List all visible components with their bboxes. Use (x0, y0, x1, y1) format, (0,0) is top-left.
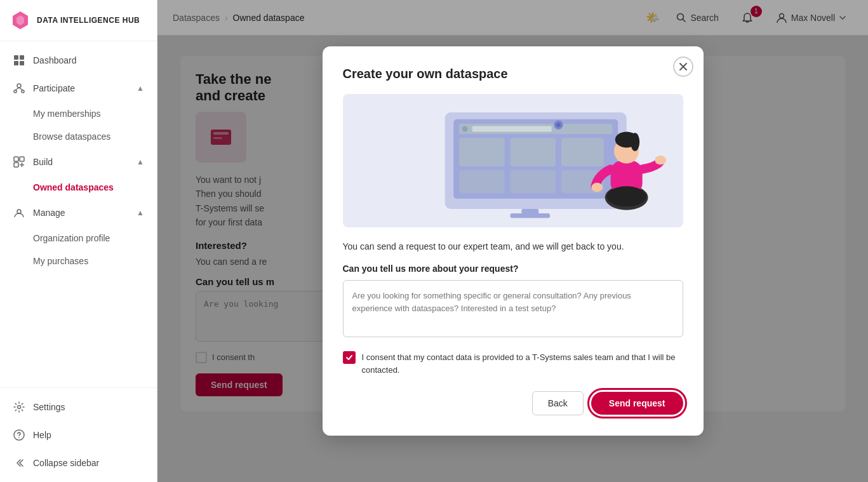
sidebar-item-build-label: Build (33, 157, 53, 167)
sidebar-item-build[interactable]: Build ▲ (0, 148, 157, 176)
send-button-wrapper: Send request (591, 392, 683, 415)
modal-title: Create your own dataspace (343, 67, 683, 81)
participate-icon (13, 82, 25, 95)
svg-point-8 (22, 90, 24, 93)
modal-overlay[interactable]: Create your own dataspace (157, 0, 868, 482)
svg-rect-33 (472, 126, 551, 132)
modal-textarea[interactable] (343, 280, 683, 337)
sidebar-item-help-label: Help (33, 430, 51, 440)
sidebar-bottom: Settings Help Collapse sidebar (0, 387, 157, 482)
svg-line-10 (19, 88, 23, 90)
sidebar-nav: Dashboard Participate ▲ My memberships B… (0, 41, 157, 387)
sidebar-item-organization-profile[interactable]: Organization profile (0, 227, 157, 250)
sidebar-item-manage-label: Manage (33, 208, 65, 218)
svg-rect-11 (14, 157, 18, 161)
sidebar-item-owned-dataspaces[interactable]: Owned dataspaces (0, 176, 157, 199)
settings-icon (13, 401, 25, 413)
sidebar-collapse-btn[interactable]: Collapse sidebar (0, 449, 157, 477)
help-icon (13, 429, 25, 441)
modal-illustration (343, 94, 683, 227)
modal-consent-row: I consent that my contact data is provid… (343, 351, 683, 376)
svg-point-6 (17, 84, 21, 88)
svg-point-17 (18, 406, 21, 409)
sidebar-item-participate-label: Participate (33, 83, 75, 93)
svg-point-51 (556, 123, 560, 127)
sidebar-item-manage[interactable]: Manage ▲ (0, 199, 157, 227)
svg-point-7 (14, 90, 17, 93)
sidebar-item-my-memberships[interactable]: My memberships (0, 102, 157, 125)
svg-point-16 (17, 210, 21, 213)
svg-point-19 (18, 437, 20, 438)
sidebar-item-settings[interactable]: Settings (0, 393, 157, 421)
svg-rect-38 (510, 170, 555, 193)
modal-actions: Back Send request (343, 391, 683, 415)
manage-chevron: ▲ (137, 208, 144, 217)
svg-line-9 (15, 88, 19, 90)
manage-icon (13, 206, 25, 219)
svg-rect-3 (20, 55, 24, 60)
send-request-button[interactable]: Send request (591, 392, 683, 415)
svg-rect-35 (510, 138, 555, 166)
sidebar-item-help[interactable]: Help (0, 421, 157, 449)
svg-rect-36 (561, 138, 603, 166)
sidebar-item-settings-label: Settings (33, 402, 65, 412)
participate-chevron: ▲ (137, 84, 144, 93)
svg-point-46 (630, 133, 639, 151)
sidebar-item-my-purchases[interactable]: My purchases (0, 250, 157, 272)
modal-close-button[interactable] (673, 57, 693, 77)
app-logo: DATA INTELLIGENCE HUB (0, 0, 157, 41)
modal-consent-checkbox[interactable] (343, 351, 356, 364)
logo-icon (10, 10, 30, 30)
main-content: Dataspaces › Owned dataspace 🌤️ Search 1… (157, 0, 868, 482)
back-button[interactable]: Back (532, 391, 584, 415)
checkmark-icon (345, 354, 353, 361)
svg-rect-34 (459, 138, 504, 166)
svg-rect-12 (20, 157, 24, 161)
build-chevron: ▲ (137, 157, 144, 166)
svg-rect-5 (20, 61, 24, 65)
close-icon (679, 62, 688, 71)
sidebar-item-participate[interactable]: Participate ▲ (0, 74, 157, 102)
sidebar: DATA INTELLIGENCE HUB Dashboard Particip… (0, 0, 157, 482)
collapse-icon (13, 457, 25, 469)
sidebar-collapse-label: Collapse sidebar (33, 458, 99, 468)
svg-rect-13 (14, 163, 18, 167)
svg-rect-2 (14, 55, 18, 60)
modal: Create your own dataspace (323, 46, 704, 436)
dashboard-icon (13, 54, 25, 67)
build-icon (13, 156, 25, 168)
modal-description: You can send a request to our expert tea… (343, 240, 683, 253)
svg-point-47 (591, 183, 603, 192)
svg-point-32 (462, 126, 467, 132)
modal-question-label: Can you tell us more about your request? (343, 264, 683, 274)
svg-rect-37 (459, 170, 504, 193)
sidebar-item-dashboard[interactable]: Dashboard (0, 46, 157, 74)
modal-consent-text: I consent that my contact data is provid… (362, 351, 683, 376)
sidebar-item-dashboard-label: Dashboard (33, 55, 77, 65)
sidebar-item-browse-dataspaces[interactable]: Browse dataspaces (0, 125, 157, 148)
svg-point-49 (606, 186, 646, 206)
svg-rect-41 (510, 213, 550, 218)
svg-rect-4 (14, 61, 18, 65)
svg-point-48 (655, 156, 666, 164)
app-name: DATA INTELLIGENCE HUB (37, 16, 140, 25)
